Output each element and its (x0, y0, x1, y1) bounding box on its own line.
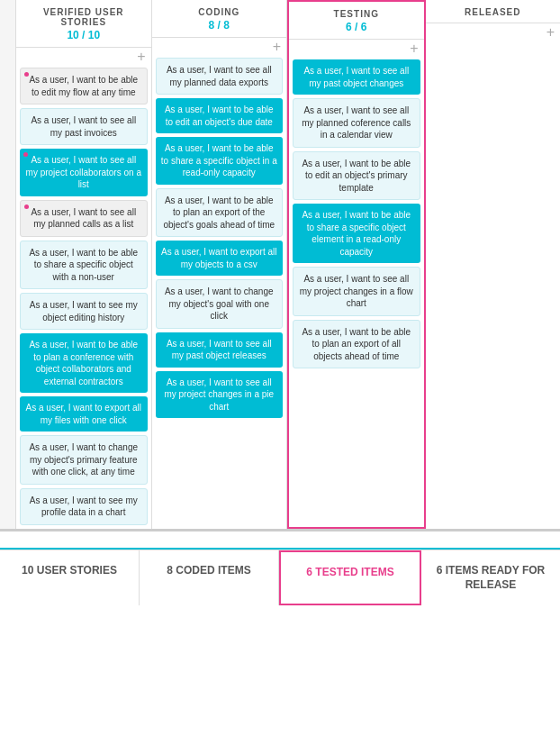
summary-cell-3: 6 ITEMS READY FOR RELEASE (421, 550, 560, 606)
card-verified-3[interactable]: As a user, I want to see all my planned … (20, 200, 148, 237)
card-text: As a user, I want to see all my past inv… (31, 115, 136, 138)
card-text: As a user, I want to see my profile data… (30, 495, 138, 518)
card-text: As a user, I want to see all my planned … (302, 105, 411, 140)
col-cards-released (426, 41, 561, 47)
card-verified-8[interactable]: As a user, I want to change my object's … (20, 435, 148, 485)
card-verified-6[interactable]: As a user, I want to be able to plan a c… (20, 333, 148, 393)
columns-area: VERIFIED USER STORIES10 / 10+As a user, … (16, 0, 560, 529)
card-verified-2[interactable]: As a user, I want to see all my project … (20, 149, 148, 196)
card-text: As a user, I want to be able to edit an … (302, 159, 411, 193)
card-text: As a user, I want to be able to edit an … (165, 104, 274, 127)
summary-row: 10 USER STORIES8 CODED ITEMS6 TESTED ITE… (0, 550, 560, 606)
card-text: As a user, I want to export all my files… (26, 403, 141, 425)
card-coding-0[interactable]: As a user, I want to see all my planned … (156, 58, 284, 95)
main-container: VERIFIED USER STORIES10 / 10+As a user, … (0, 0, 560, 605)
col-cards-verified: As a user, I want to be able to edit my … (16, 66, 151, 529)
card-coding-1[interactable]: As a user, I want to be able to edit an … (156, 98, 284, 133)
card-coding-5[interactable]: As a user, I want to change my object's … (156, 279, 284, 329)
bottom-area: 10 USER STORIES8 CODED ITEMS6 TESTED ITE… (0, 531, 560, 606)
col-cards-coding: As a user, I want to see all my planned … (152, 56, 287, 422)
card-testing-2[interactable]: As a user, I want to be able to edit an … (293, 151, 420, 201)
column-released: RELEASED+ (426, 0, 561, 529)
column-coding: CODING8 / 8+As a user, I want to see all… (152, 0, 288, 529)
board: VERIFIED USER STORIES10 / 10+As a user, … (0, 0, 560, 531)
card-verified-0[interactable]: As a user, I want to be able to edit my … (20, 68, 148, 104)
card-text: As a user, I want to see all my project … (164, 377, 274, 412)
col-add-btn-verified[interactable]: + (16, 48, 151, 66)
card-text: As a user, I want to see my object editi… (30, 300, 138, 323)
backlog-sidebar (0, 0, 16, 529)
card-testing-4[interactable]: As a user, I want to see all my project … (293, 267, 420, 316)
card-text: As a user, I want to see all my past obj… (303, 66, 409, 88)
card-testing-3[interactable]: As a user, I want to be able to share a … (293, 204, 420, 263)
card-text: As a user, I want to be able to edit my … (29, 75, 138, 97)
col-header-testing: TESTING6 / 6 (289, 2, 424, 40)
col-add-btn-coding[interactable]: + (152, 38, 287, 56)
col-cards-testing: As a user, I want to see all my past obj… (289, 58, 424, 372)
card-coding-7[interactable]: As a user, I want to see all my project … (156, 371, 284, 419)
card-text: As a user, I want to be able to share a … (161, 143, 277, 177)
card-coding-6[interactable]: As a user, I want to see all my past obj… (156, 332, 284, 368)
card-testing-0[interactable]: As a user, I want to see all my past obj… (293, 59, 420, 95)
col-count-testing: 6 / 6 (293, 21, 420, 33)
card-coding-4[interactable]: As a user, I want to export all my objec… (156, 241, 284, 276)
card-text: As a user, I want to see all my project … (26, 155, 141, 189)
card-coding-3[interactable]: As a user, I want to be able to plan an … (156, 188, 284, 238)
col-title-released: RELEASED (429, 7, 557, 17)
col-header-coding: CODING8 / 8 (152, 0, 287, 38)
card-text: As a user, I want to be able to plan a c… (29, 340, 138, 386)
every-week-label (0, 531, 560, 550)
summary-cell-0: 10 USER STORIES (0, 550, 140, 606)
card-verified-9[interactable]: As a user, I want to see my profile data… (20, 488, 148, 525)
col-title-verified: VERIFIED USER STORIES (20, 7, 148, 27)
card-text: As a user, I want to be able to share a … (302, 210, 411, 257)
card-text: As a user, I want to change my object's … (165, 286, 274, 321)
col-title-coding: CODING (156, 7, 284, 17)
card-verified-5[interactable]: As a user, I want to see my object editi… (20, 293, 148, 330)
card-testing-1[interactable]: As a user, I want to see all my planned … (293, 98, 420, 148)
col-count-verified: 10 / 10 (20, 29, 148, 41)
card-text: As a user, I want to see all my past obj… (167, 339, 272, 361)
card-testing-5[interactable]: As a user, I want to be able to plan an … (293, 320, 420, 369)
col-header-released: RELEASED (426, 0, 561, 23)
col-title-testing: TESTING (293, 9, 420, 19)
card-text: As a user, I want to change my object's … (29, 442, 138, 477)
card-text: As a user, I want to be able to share a … (29, 248, 138, 282)
card-dot (23, 152, 28, 157)
card-verified-4[interactable]: As a user, I want to be able to share a … (20, 241, 148, 290)
card-dot (24, 72, 29, 77)
card-text: As a user, I want to see all my planned … (31, 207, 136, 230)
card-text: As a user, I want to see all my project … (300, 274, 413, 308)
card-coding-2[interactable]: As a user, I want to be able to share a … (156, 137, 284, 185)
card-dot (24, 204, 29, 209)
col-header-verified: VERIFIED USER STORIES10 / 10 (16, 0, 151, 48)
col-add-btn-released[interactable]: + (426, 23, 561, 41)
card-verified-1[interactable]: As a user, I want to see all my past inv… (20, 108, 148, 145)
summary-cell-1: 8 CODED ITEMS (140, 550, 279, 606)
col-count-coding: 8 / 8 (156, 19, 284, 32)
summary-cell-2: 6 TESTED ITEMS (279, 550, 421, 606)
card-verified-7[interactable]: As a user, I want to export all my files… (20, 396, 148, 432)
column-testing: TESTING6 / 6+As a user, I want to see al… (287, 0, 426, 529)
column-verified: VERIFIED USER STORIES10 / 10+As a user, … (16, 0, 152, 529)
card-text: As a user, I want to be able to plan an … (302, 327, 411, 361)
card-text: As a user, I want to see all my planned … (167, 65, 272, 87)
col-add-btn-testing[interactable]: + (289, 40, 424, 58)
card-text: As a user, I want to be able to plan an … (163, 195, 275, 230)
card-text: As a user, I want to export all my objec… (161, 247, 276, 269)
